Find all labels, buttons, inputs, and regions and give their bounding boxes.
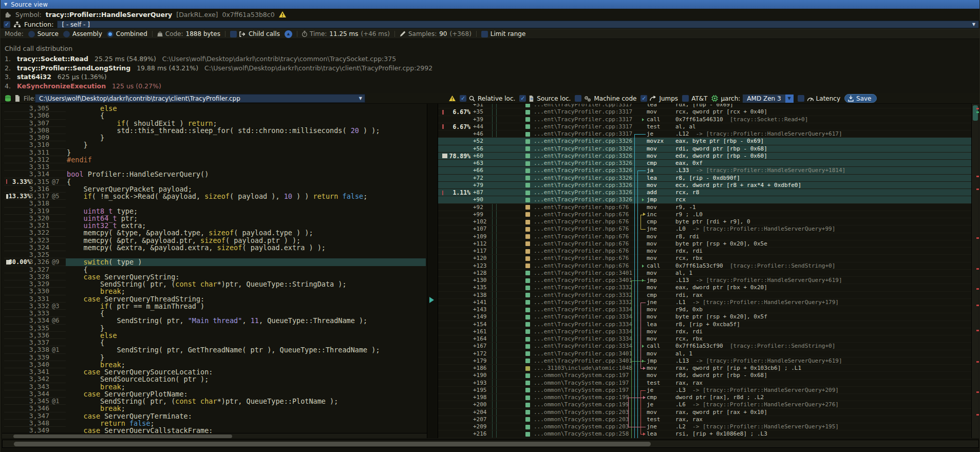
asm-row[interactable]: +117...ent\TracyProfiler.hpp:676movrdx, … (438, 248, 971, 255)
source-line[interactable]: 3,319 uint8_t type; (2, 208, 427, 215)
asm-row[interactable]: +200...ommon\TracySystem.cpp:199je.L6 ->… (438, 401, 971, 408)
source-line[interactable]: 3,306 { (2, 112, 427, 119)
source-line[interactable]: 3,336 else (2, 332, 427, 339)
asm-row[interactable]: +56...ent\TracyProfiler.cpp:3326movrdi, … (438, 145, 971, 153)
toggle-latency[interactable]: Latency (798, 95, 840, 102)
splitter-handle-icon[interactable] (429, 297, 434, 303)
asm-row[interactable]: +138...ent\TracyProfiler.cpp:3332cmprdi,… (438, 292, 971, 299)
toggle-machine-code[interactable]: Machine code (575, 95, 636, 102)
child-calls-checkbox[interactable] (230, 31, 237, 37)
toggle-jumps[interactable]: ✓ Jumps (640, 95, 678, 102)
source-line[interactable]: 3,340 break; (2, 361, 427, 368)
source-line[interactable]: 3,328 case ServerQueryString: (2, 273, 427, 280)
asm-row[interactable]: +72...ent\TracyProfiler.cpp:3326lear8, [… (438, 175, 971, 182)
child-calls-up-button[interactable]: ▲ (285, 30, 292, 38)
asm-row[interactable]: +79...ent\TracyProfiler.cpp:3326movecx, … (438, 182, 971, 189)
source-line[interactable]: 3,345@1 SendString( ptr, (const char*)pt… (2, 398, 427, 405)
source-line[interactable]: 3,310 } (2, 141, 427, 148)
toggle-relative-loc[interactable]: ✓ Relative loc. (460, 95, 515, 102)
source-line[interactable]: 3,322 memcpy( &type, &payload.type, size… (2, 229, 427, 236)
asm-row[interactable]: +167...ent\TracyProfiler.cpp:3334call0x7… (438, 343, 971, 350)
mode-radio-combined[interactable]: Combined (107, 30, 147, 37)
source-line[interactable]: 3,346 break; (2, 405, 427, 412)
assembly-vertical-scrollbar[interactable] (971, 104, 979, 438)
file-combo[interactable]: C:\Users\wolf\Desktop\darkrl\contrib\tra… (35, 94, 365, 103)
source-line[interactable]: 3,343 break; (2, 383, 427, 390)
source-line[interactable]: 3,327 { (2, 266, 427, 273)
asm-row[interactable]: +123...ent\TracyProfiler.hpp:676call0x7f… (438, 262, 971, 270)
limit-range-checkbox[interactable] (481, 31, 488, 37)
source-line[interactable]: 3,314bool Profiler::HandleServerQuery() (2, 171, 427, 178)
asm-row[interactable]: +190...ommon\TracySystem.cpp:197movr8d, … (438, 372, 971, 379)
asm-row[interactable]: +186....31103\include\atomic:1048movrax,… (438, 365, 971, 372)
source-line[interactable]: 3,337 { (2, 339, 427, 346)
source-line[interactable]: 3,323 memcpy( &ptr, &payload.ptr, sizeof… (2, 237, 427, 244)
source-line[interactable]: 3,334@6 SendString( ptr, "Main thread", … (2, 317, 427, 324)
function-combo[interactable]: [ - self - ] ▼ (57, 21, 979, 28)
source-horizontal-scrollbar[interactable] (2, 433, 427, 438)
source-line[interactable]: 3,313 (2, 163, 427, 171)
window-horizontal-scrollbar[interactable] (2, 440, 979, 448)
source-line[interactable]: 3,347 case ServerQueryTerminate: (2, 412, 427, 420)
asm-row[interactable]: +198...ommon\TracySystem.cpp:199cmpdword… (438, 394, 971, 401)
source-line[interactable]: 3,309 } (2, 134, 427, 141)
function-checkbox[interactable]: ✓ (4, 21, 10, 28)
asm-row[interactable]: +107...ent\TracyProfiler.hpp:676jne.L0 -… (438, 225, 971, 233)
asm-row[interactable]: 6.67%+44...ent\TracyProfiler.cpp:3317tes… (438, 123, 971, 130)
asm-row[interactable]: +92...ent\TracyProfiler.hpp:676movr9, -1 (438, 204, 971, 211)
source-line[interactable]: 3,305 else (2, 105, 427, 112)
source-line[interactable]: 3,312#endif (2, 156, 427, 163)
uarch-combo[interactable]: AMD Zen 3 ▼ (743, 95, 793, 103)
source-line[interactable]: 3,335 } (2, 325, 427, 332)
asm-row[interactable]: +195...ommon\TracySystem.cpp:197je.L3 ->… (438, 387, 971, 394)
source-line[interactable]: 3,311} (2, 149, 427, 156)
source-line[interactable]: 3,320 uint64_t ptr; (2, 215, 427, 222)
toggle-source-loc[interactable]: ✓ Source loc. (519, 95, 571, 102)
scrollbar-thumb[interactable] (13, 435, 232, 438)
asm-row[interactable]: +112...ent\TracyProfiler.hpp:676movbyte … (438, 240, 971, 248)
asm-row[interactable]: +39...ent\TracyProfiler.cpp:3317call0x7f… (438, 116, 971, 123)
asm-row[interactable]: +179...ent\TracyProfiler.cpp:3401jmp.L13… (438, 357, 971, 365)
asm-row[interactable]: +66...ent\TracyProfiler.cpp:3326ja.L33 -… (438, 167, 971, 174)
asm-row[interactable]: +130...ent\TracyProfiler.cpp:3401jmp.L13… (438, 277, 971, 284)
child-call-item[interactable]: 3.stat64i32625 µs (1.36%) (5, 72, 107, 81)
source-line[interactable]: 3,325 (2, 251, 427, 258)
source-line[interactable]: 3,333 { (2, 310, 427, 317)
asm-row[interactable]: +164...ent\TracyProfiler.cpp:3334movrcx,… (438, 335, 971, 343)
source-line[interactable]: 3.33%3,315@7{ (2, 178, 427, 185)
asm-row[interactable]: +161...ent\TracyProfiler.cpp:3334movrdx,… (438, 328, 971, 335)
asm-row[interactable]: +209...ommon\TracySystem.cpp:203jne.L2 -… (438, 423, 971, 430)
asm-row[interactable]: +46...ent\TracyProfiler.cpp:3317je.L12 -… (438, 130, 971, 138)
source-line[interactable]: 80.00%3,326@9 switch( type ) (2, 258, 427, 266)
asm-row[interactable]: +193...ommon\TracySystem.cpp:197testrax,… (438, 380, 971, 387)
asm-row[interactable]: 1.11%+87...ent\TracyProfiler.cpp:3326add… (438, 189, 971, 196)
source-line[interactable]: 3,339 } (2, 354, 427, 361)
child-call-item[interactable]: 2.tracy::Profiler::SendLongString19.88 m… (5, 64, 432, 72)
asm-row[interactable]: +52...ent\TracyProfiler.cpp:3326movzxeax… (438, 138, 971, 145)
asm-row[interactable]: +120...ent\TracyProfiler.hpp:676movrcx, … (438, 255, 971, 262)
source-line[interactable]: 3,331 case ServerQueryThreadString: (2, 295, 427, 303)
source-line[interactable]: 3,338@1 SendString( ptr, GetThreadName( … (2, 346, 427, 353)
asm-row[interactable]: 6.67%+35...ent\TracyProfiler.cpp:3317mov… (438, 108, 971, 116)
asm-row[interactable]: +128...ent\TracyProfiler.cpp:3401moval, … (438, 270, 971, 277)
child-call-item[interactable]: 1.tracy::Socket::Read25.25 ms (54.89%)C:… (5, 54, 396, 63)
asm-row[interactable]: +135...ent\TracyProfiler.cpp:3332moveax,… (438, 284, 971, 291)
pane-splitter[interactable] (427, 104, 438, 438)
asm-row[interactable]: +109...ent\TracyProfiler.hpp:676movr8, r… (438, 233, 971, 240)
source-line[interactable]: 3,321 uint32_t extra; (2, 222, 427, 229)
mode-radio-source[interactable]: Source (28, 30, 59, 37)
asm-row[interactable]: +149...ent\TracyProfiler.cpp:3334movbyte… (438, 313, 971, 321)
source-line[interactable]: 3,318 (2, 200, 427, 207)
asm-row[interactable]: +141...ent\TracyProfiler.cpp:3332jne.L1 … (438, 299, 971, 306)
source-line[interactable]: 3,342 SendSourceLocation( ptr ); (2, 375, 427, 383)
asm-row[interactable]: +204...ommon\TracySystem.cpp:203movrax, … (438, 409, 971, 416)
source-line[interactable]: 3,332@3 if( ptr == m_mainThread ) (2, 303, 427, 310)
source-line[interactable]: 3,348 return false; (2, 420, 427, 427)
asm-row[interactable]: +31...ent\TracyProfiler.cpp:3317leardx, … (438, 104, 971, 108)
source-line[interactable]: 13.33%3,317@5 if( !m_sock->Read( &payloa… (2, 193, 427, 200)
source-line[interactable]: 3,324 memcpy( &extra, &payload.extra, si… (2, 244, 427, 251)
asm-row[interactable]: +143...ent\TracyProfiler.cpp:3334movr9d,… (438, 306, 971, 313)
asm-row[interactable]: +154...ent\TracyProfiler.cpp:3334lear8, … (438, 321, 971, 328)
source-line[interactable]: 3,341 case ServerQuerySourceLocation: (2, 368, 427, 375)
asm-row[interactable]: +99...ent\TracyProfiler.hpp:676incr9 ; .… (438, 211, 971, 218)
